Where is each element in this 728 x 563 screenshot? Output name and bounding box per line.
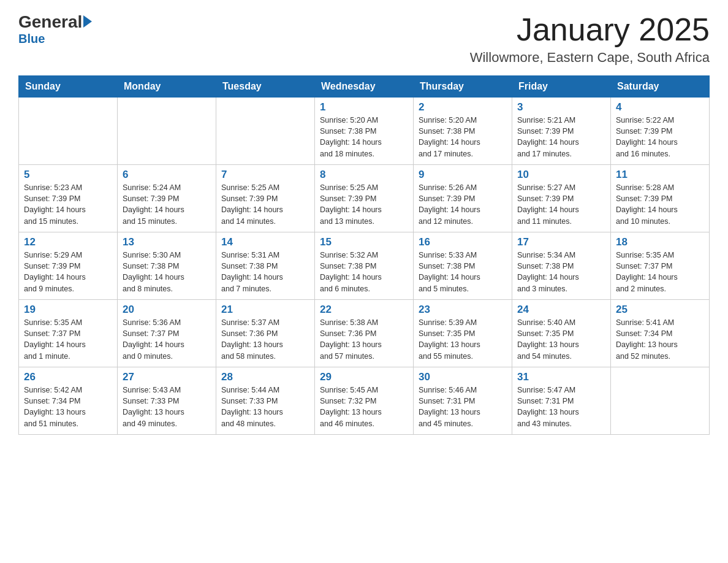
day-info: Sunrise: 5:25 AM Sunset: 7:39 PM Dayligh… [320, 182, 408, 227]
day-number: 29 [320, 371, 408, 383]
day-number: 11 [616, 169, 704, 181]
day-number: 3 [517, 101, 605, 113]
calendar-cell: 2Sunrise: 5:20 AM Sunset: 7:38 PM Daylig… [414, 98, 512, 165]
title-section: January 2025 Willowmore, Eastern Cape, S… [470, 12, 710, 66]
day-info: Sunrise: 5:24 AM Sunset: 7:39 PM Dayligh… [123, 182, 211, 227]
day-number: 16 [419, 236, 507, 248]
day-number: 24 [517, 304, 605, 316]
calendar-cell [19, 98, 118, 165]
day-number: 15 [320, 236, 408, 248]
calendar-cell: 5Sunrise: 5:23 AM Sunset: 7:39 PM Daylig… [19, 165, 118, 232]
day-info: Sunrise: 5:36 AM Sunset: 7:37 PM Dayligh… [123, 317, 211, 362]
day-info: Sunrise: 5:41 AM Sunset: 7:34 PM Dayligh… [616, 317, 704, 362]
logo-blue-text: Blue [18, 32, 45, 46]
day-number: 23 [419, 304, 507, 316]
day-number: 6 [123, 169, 211, 181]
calendar-header-row: SundayMondayTuesdayWednesdayThursdayFrid… [19, 76, 710, 98]
day-info: Sunrise: 5:40 AM Sunset: 7:35 PM Dayligh… [517, 317, 605, 362]
day-number: 12 [24, 236, 112, 248]
calendar-header-monday: Monday [118, 76, 216, 98]
day-number: 25 [616, 304, 704, 316]
calendar-cell [118, 98, 216, 165]
calendar-cell: 7Sunrise: 5:25 AM Sunset: 7:39 PM Daylig… [216, 165, 315, 232]
calendar-cell: 19Sunrise: 5:35 AM Sunset: 7:37 PM Dayli… [19, 300, 118, 367]
day-number: 18 [616, 236, 704, 248]
day-info: Sunrise: 5:32 AM Sunset: 7:38 PM Dayligh… [320, 250, 408, 294]
calendar-header-friday: Friday [512, 76, 611, 98]
day-number: 8 [320, 169, 408, 181]
calendar-cell: 29Sunrise: 5:45 AM Sunset: 7:32 PM Dayli… [315, 367, 414, 435]
calendar-cell [611, 367, 710, 435]
calendar-cell [216, 98, 315, 165]
calendar-cell: 15Sunrise: 5:32 AM Sunset: 7:38 PM Dayli… [315, 232, 414, 300]
calendar-cell: 11Sunrise: 5:28 AM Sunset: 7:39 PM Dayli… [611, 165, 710, 232]
day-info: Sunrise: 5:45 AM Sunset: 7:32 PM Dayligh… [320, 385, 408, 429]
logo-blue: Blue [18, 32, 45, 46]
day-info: Sunrise: 5:27 AM Sunset: 7:39 PM Dayligh… [517, 182, 605, 227]
day-info: Sunrise: 5:21 AM Sunset: 7:39 PM Dayligh… [517, 115, 605, 159]
calendar-week-row: 1Sunrise: 5:20 AM Sunset: 7:38 PM Daylig… [19, 98, 710, 165]
day-info: Sunrise: 5:38 AM Sunset: 7:36 PM Dayligh… [320, 317, 408, 362]
calendar-week-row: 19Sunrise: 5:35 AM Sunset: 7:37 PM Dayli… [19, 300, 710, 367]
day-number: 14 [221, 236, 309, 248]
calendar-cell: 25Sunrise: 5:41 AM Sunset: 7:34 PM Dayli… [611, 300, 710, 367]
day-info: Sunrise: 5:39 AM Sunset: 7:35 PM Dayligh… [419, 317, 507, 362]
calendar-cell: 22Sunrise: 5:38 AM Sunset: 7:36 PM Dayli… [315, 300, 414, 367]
logo: General Blue [18, 12, 92, 46]
page-header: General Blue January 2025 Willowmore, Ea… [18, 12, 710, 66]
calendar-table: SundayMondayTuesdayWednesdayThursdayFrid… [18, 75, 710, 435]
calendar-cell: 31Sunrise: 5:47 AM Sunset: 7:31 PM Dayli… [512, 367, 611, 435]
calendar-week-row: 5Sunrise: 5:23 AM Sunset: 7:39 PM Daylig… [19, 165, 710, 232]
calendar-header-sunday: Sunday [19, 76, 118, 98]
calendar-cell: 27Sunrise: 5:43 AM Sunset: 7:33 PM Dayli… [118, 367, 216, 435]
calendar-cell: 23Sunrise: 5:39 AM Sunset: 7:35 PM Dayli… [414, 300, 512, 367]
day-info: Sunrise: 5:29 AM Sunset: 7:39 PM Dayligh… [24, 250, 112, 294]
day-info: Sunrise: 5:33 AM Sunset: 7:38 PM Dayligh… [419, 250, 507, 294]
day-number: 7 [221, 169, 309, 181]
day-info: Sunrise: 5:25 AM Sunset: 7:39 PM Dayligh… [221, 182, 309, 227]
day-info: Sunrise: 5:47 AM Sunset: 7:31 PM Dayligh… [517, 385, 605, 429]
calendar-cell: 24Sunrise: 5:40 AM Sunset: 7:35 PM Dayli… [512, 300, 611, 367]
day-number: 1 [320, 101, 408, 113]
calendar-header-wednesday: Wednesday [315, 76, 414, 98]
logo-general-text: General [18, 12, 82, 32]
day-number: 19 [24, 304, 112, 316]
calendar-cell: 20Sunrise: 5:36 AM Sunset: 7:37 PM Dayli… [118, 300, 216, 367]
day-number: 13 [123, 236, 211, 248]
day-number: 27 [123, 371, 211, 383]
calendar-cell: 17Sunrise: 5:34 AM Sunset: 7:38 PM Dayli… [512, 232, 611, 300]
calendar-cell: 10Sunrise: 5:27 AM Sunset: 7:39 PM Dayli… [512, 165, 611, 232]
day-info: Sunrise: 5:30 AM Sunset: 7:38 PM Dayligh… [123, 250, 211, 294]
calendar-header-tuesday: Tuesday [216, 76, 315, 98]
day-info: Sunrise: 5:34 AM Sunset: 7:38 PM Dayligh… [517, 250, 605, 294]
calendar-cell: 4Sunrise: 5:22 AM Sunset: 7:39 PM Daylig… [611, 98, 710, 165]
calendar-cell: 16Sunrise: 5:33 AM Sunset: 7:38 PM Dayli… [414, 232, 512, 300]
day-number: 21 [221, 304, 309, 316]
calendar-cell: 1Sunrise: 5:20 AM Sunset: 7:38 PM Daylig… [315, 98, 414, 165]
calendar-cell: 26Sunrise: 5:42 AM Sunset: 7:34 PM Dayli… [19, 367, 118, 435]
day-number: 31 [517, 371, 605, 383]
calendar-cell: 18Sunrise: 5:35 AM Sunset: 7:37 PM Dayli… [611, 232, 710, 300]
location: Willowmore, Eastern Cape, South Africa [470, 50, 710, 66]
calendar-cell: 3Sunrise: 5:21 AM Sunset: 7:39 PM Daylig… [512, 98, 611, 165]
day-info: Sunrise: 5:35 AM Sunset: 7:37 PM Dayligh… [616, 250, 704, 294]
day-info: Sunrise: 5:20 AM Sunset: 7:38 PM Dayligh… [320, 115, 408, 159]
day-number: 20 [123, 304, 211, 316]
calendar-cell: 14Sunrise: 5:31 AM Sunset: 7:38 PM Dayli… [216, 232, 315, 300]
day-info: Sunrise: 5:23 AM Sunset: 7:39 PM Dayligh… [24, 182, 112, 227]
day-info: Sunrise: 5:26 AM Sunset: 7:39 PM Dayligh… [419, 182, 507, 227]
day-info: Sunrise: 5:46 AM Sunset: 7:31 PM Dayligh… [419, 385, 507, 429]
day-info: Sunrise: 5:22 AM Sunset: 7:39 PM Dayligh… [616, 115, 704, 159]
day-number: 4 [616, 101, 704, 113]
calendar-cell: 28Sunrise: 5:44 AM Sunset: 7:33 PM Dayli… [216, 367, 315, 435]
calendar-cell: 8Sunrise: 5:25 AM Sunset: 7:39 PM Daylig… [315, 165, 414, 232]
logo-triangle-icon [83, 15, 92, 28]
day-info: Sunrise: 5:31 AM Sunset: 7:38 PM Dayligh… [221, 250, 309, 294]
day-info: Sunrise: 5:20 AM Sunset: 7:38 PM Dayligh… [419, 115, 507, 159]
day-info: Sunrise: 5:28 AM Sunset: 7:39 PM Dayligh… [616, 182, 704, 227]
month-title: January 2025 [470, 12, 710, 47]
day-number: 28 [221, 371, 309, 383]
day-number: 9 [419, 169, 507, 181]
calendar-cell: 30Sunrise: 5:46 AM Sunset: 7:31 PM Dayli… [414, 367, 512, 435]
day-number: 2 [419, 101, 507, 113]
